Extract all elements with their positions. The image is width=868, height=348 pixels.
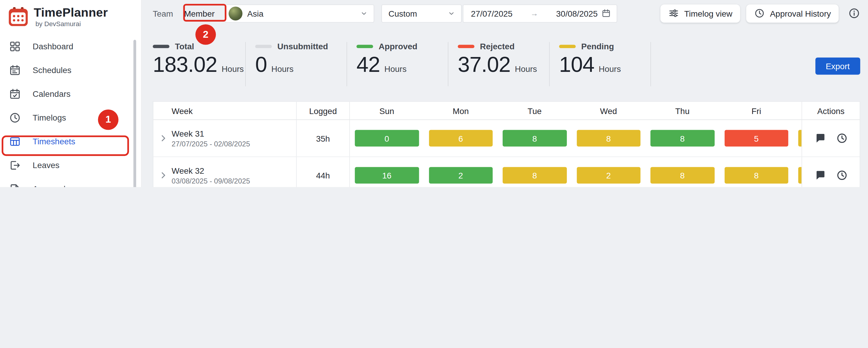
date-to[interactable]: 30/08/2025 bbox=[556, 9, 598, 18]
sidebar-item-label: Calendars bbox=[33, 89, 70, 99]
week-title: Week 32 bbox=[172, 166, 250, 175]
app-title-block: TimePlanner by DevSamurai bbox=[34, 6, 108, 28]
sidebar-item-label: Timesheets bbox=[33, 137, 75, 146]
approval-document-icon bbox=[9, 183, 21, 187]
timesheet-table: Week Logged Sun Mon Tue Wed Thu Fri Sat … bbox=[153, 101, 860, 187]
calendars-icon bbox=[9, 88, 21, 100]
leaves-exit-icon bbox=[9, 159, 21, 171]
stat-total: Total 183.02Hours bbox=[153, 42, 245, 90]
stat-value: 42 bbox=[356, 53, 380, 77]
topbar: Team Member Asia Custom 27/07/2025 → 30/… bbox=[153, 0, 860, 27]
sidebar-item-leaves[interactable]: Leaves bbox=[0, 153, 141, 177]
sidebar-item-dashboard[interactable]: Dashboard bbox=[0, 34, 141, 58]
sidebar-item-schedules[interactable]: Schedules bbox=[0, 58, 141, 82]
clock-icon[interactable] bbox=[836, 132, 848, 144]
sidebar: TimePlanner by DevSamurai Dashboard Sche… bbox=[0, 0, 142, 187]
day-hours-bar[interactable]: 8 bbox=[503, 130, 566, 147]
sidebar-item-calendars[interactable]: Calendars bbox=[0, 82, 141, 106]
comment-icon[interactable] bbox=[814, 169, 826, 181]
day-hours-bar[interactable]: 16 bbox=[355, 167, 419, 183]
expand-chevron-icon[interactable] bbox=[158, 170, 169, 181]
sidebar-item-timelogs[interactable]: Timelogs bbox=[0, 106, 141, 130]
week-title: Week 31 bbox=[172, 129, 250, 138]
day-cell: 8 bbox=[498, 167, 571, 183]
pending-dash bbox=[559, 44, 576, 48]
app-logo-row: TimePlanner by DevSamurai bbox=[0, 0, 141, 28]
stat-rejected: Rejected 37.02Hours bbox=[448, 42, 549, 90]
day-cell: 2 bbox=[424, 167, 498, 183]
sidebar-item-approval[interactable]: Approval bbox=[0, 177, 141, 187]
day-hours-bar[interactable]: 0 bbox=[355, 130, 419, 147]
sidebar-item-label: Timelogs bbox=[33, 113, 66, 122]
day-hours-bar[interactable]: 8 bbox=[650, 167, 714, 183]
day-hours-bar[interactable]: 8 bbox=[577, 130, 640, 147]
header-days: Sun Mon Tue Wed Thu Fri Sat bbox=[350, 102, 802, 120]
day-hours-bar[interactable]: 8 bbox=[650, 130, 714, 147]
tab-team[interactable]: Team bbox=[153, 9, 173, 18]
day-cell bbox=[794, 167, 802, 183]
info-icon[interactable] bbox=[848, 7, 860, 19]
stat-label: Unsubmitted bbox=[277, 42, 328, 51]
day-hours-bar[interactable]: 2 bbox=[577, 167, 640, 183]
date-range-arrow: → bbox=[513, 9, 556, 18]
row-actions bbox=[801, 120, 860, 156]
day-hours-bar[interactable]: 8 bbox=[724, 167, 788, 183]
stat-label: Pending bbox=[581, 42, 614, 51]
chevron-up-icon[interactable] bbox=[124, 185, 132, 187]
chevron-down-icon bbox=[360, 10, 367, 17]
row-actions bbox=[801, 157, 860, 187]
day-hours-bar[interactable] bbox=[798, 167, 801, 183]
header-actions: Actions bbox=[801, 102, 860, 120]
header-tue: Tue bbox=[498, 106, 571, 115]
member-select[interactable]: Asia bbox=[225, 4, 374, 22]
day-cells: 1628288 bbox=[350, 157, 802, 187]
sidebar-scrollbar[interactable] bbox=[133, 40, 136, 187]
tab-member[interactable]: Member bbox=[184, 9, 215, 18]
day-cells: 068885 bbox=[350, 120, 802, 156]
day-hours-bar[interactable]: 2 bbox=[429, 167, 493, 183]
table-row: Week 31 27/07/2025 - 02/08/2025 35h 0688… bbox=[153, 120, 860, 157]
stats-divider bbox=[650, 42, 651, 86]
logged-hours: 44h bbox=[297, 157, 350, 187]
day-hours-bar[interactable]: 8 bbox=[503, 167, 566, 183]
app-window: TimePlanner by DevSamurai Dashboard Sche… bbox=[0, 0, 868, 187]
stat-unit: Hours bbox=[384, 64, 407, 74]
date-from[interactable]: 27/07/2025 bbox=[471, 9, 513, 18]
day-cell: 8 bbox=[571, 130, 646, 147]
chevron-down-icon bbox=[448, 10, 455, 17]
day-cell: 5 bbox=[719, 130, 794, 147]
day-cell: 16 bbox=[350, 167, 424, 183]
sidebar-item-label: Dashboard bbox=[33, 42, 73, 51]
date-range-picker[interactable]: 27/07/2025 → 30/08/2025 bbox=[463, 4, 617, 22]
sidebar-item-timesheets[interactable]: Timesheets bbox=[0, 130, 141, 153]
approval-history-button[interactable]: Approval History bbox=[746, 4, 839, 22]
export-button[interactable]: Export bbox=[815, 57, 860, 74]
logged-hours: 35h bbox=[297, 120, 350, 156]
stat-approved: Approved 42Hours bbox=[347, 42, 448, 90]
clock-icon[interactable] bbox=[836, 169, 848, 181]
day-hours-bar[interactable]: 5 bbox=[724, 130, 788, 147]
timelog-view-button[interactable]: Timelog view bbox=[660, 4, 740, 22]
week-dates: 27/07/2025 - 02/08/2025 bbox=[172, 140, 250, 148]
stat-label: Approved bbox=[379, 42, 417, 51]
week-cell[interactable]: Week 31 27/07/2025 - 02/08/2025 bbox=[153, 120, 297, 156]
day-cell: 8 bbox=[645, 130, 719, 147]
week-dates: 03/08/2025 - 09/08/2025 bbox=[172, 177, 250, 185]
range-select[interactable]: Custom bbox=[381, 4, 462, 22]
day-cell: 6 bbox=[424, 130, 498, 147]
week-text: Week 32 03/08/2025 - 09/08/2025 bbox=[172, 166, 250, 185]
day-hours-bar[interactable]: 6 bbox=[429, 130, 493, 147]
day-cell: 0 bbox=[350, 130, 424, 147]
day-cell: 2 bbox=[571, 167, 646, 183]
week-cell[interactable]: Week 32 03/08/2025 - 09/08/2025 bbox=[153, 157, 297, 187]
expand-chevron-icon[interactable] bbox=[158, 133, 169, 144]
header-fri: Fri bbox=[719, 106, 794, 115]
stat-unit: Hours bbox=[599, 64, 621, 74]
dashboard-icon bbox=[9, 40, 21, 52]
total-dash bbox=[153, 44, 169, 48]
day-hours-bar[interactable] bbox=[798, 130, 801, 147]
header-wed: Wed bbox=[571, 106, 646, 115]
app-byline: by DevSamurai bbox=[35, 20, 108, 28]
comment-icon[interactable] bbox=[814, 132, 826, 144]
avatar bbox=[228, 6, 243, 20]
